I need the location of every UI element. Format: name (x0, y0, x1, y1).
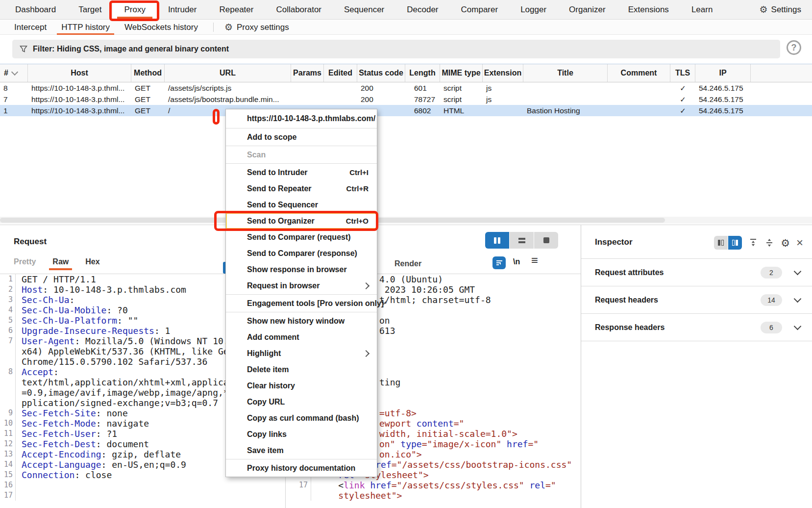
col-header-edited[interactable]: Edited (324, 64, 357, 82)
menu-item-scan: Scan (226, 147, 377, 163)
menu-item-label: Send to Organizer (247, 217, 315, 226)
gear-icon[interactable]: ⚙ (781, 238, 790, 248)
menu-item-send-to-repeater[interactable]: Send to RepeaterCtrl+R (226, 180, 377, 197)
wrap-lines-icon[interactable] (492, 256, 506, 269)
table-horizontal-scrollbar[interactable] (0, 217, 812, 224)
col-header-comment[interactable]: Comment (608, 64, 670, 82)
tab-dashboard[interactable]: Dashboard (4, 0, 67, 19)
table-row[interactable]: 7https://10-10-148-3.p.thml...GET/assets… (0, 94, 812, 105)
menu-item-copy-as-curl-command-bash[interactable]: Copy as curl command (bash) (226, 410, 377, 426)
tab-settings[interactable]: ⚙ Settings (749, 0, 812, 19)
col-header-ext[interactable]: Extension (483, 64, 523, 82)
menu-item-add-comment[interactable]: Add comment (226, 329, 377, 345)
code-text: Sec-Fetch-Mode: navigate (16, 418, 149, 429)
tab-collaborator[interactable]: Collaborator (265, 0, 333, 19)
col-header-mime[interactable]: MIME type (440, 64, 483, 82)
menu-item-send-to-sequencer[interactable]: Send to Sequencer (226, 197, 377, 213)
tab-decoder[interactable]: Decoder (395, 0, 449, 19)
col-header-method[interactable]: Method (131, 64, 165, 82)
close-icon[interactable]: × (796, 237, 803, 249)
columns-view-button[interactable] (485, 232, 510, 249)
menu-item-send-to-comparer-request[interactable]: Send to Comparer (request) (226, 229, 377, 245)
tab-extensions[interactable]: Extensions (617, 0, 680, 19)
collapse-all-icon[interactable] (764, 238, 774, 248)
menu-item-show-new-history-window[interactable]: Show new history window (226, 313, 377, 329)
menu-item-label: Highlight (247, 349, 281, 358)
proxy-settings-button[interactable]: ⚙ Proxy settings (221, 20, 292, 34)
line-number: 5 (0, 315, 16, 326)
menu-item-request-in-browser[interactable]: Request in browser (226, 278, 377, 294)
newline-icon[interactable]: \n (513, 257, 520, 266)
menu-item-add-to-scope[interactable]: Add to scope (226, 129, 377, 145)
inspector-title: Inspector (595, 237, 633, 247)
cell-tls: ✓ (670, 95, 695, 104)
menu-item-delete-item[interactable]: Delete item (226, 361, 377, 378)
single-pane-icon (543, 237, 549, 243)
menu-item-send-to-intruder[interactable]: Send to IntruderCtrl+I (226, 164, 377, 180)
context-menu: https://10-10-148-3.p.thmlabs.com/Add to… (225, 109, 377, 477)
expand-all-icon[interactable] (748, 238, 758, 248)
tab-label: Proxy (124, 5, 145, 15)
tab-label: Learn (691, 5, 713, 15)
col-header-tls[interactable]: TLS (670, 64, 695, 82)
menu-item-send-to-organizer[interactable]: Send to OrganizerCtrl+O (226, 213, 377, 229)
inspector-section-response-headers[interactable]: Response headers6 (581, 314, 812, 341)
filter-bar[interactable]: Filter: Hiding CSS, image and general bi… (12, 40, 780, 58)
subtab-websockets-history[interactable]: WebSockets history (117, 20, 205, 34)
code-line: stylesheet"> (286, 490, 581, 501)
tab-comparer[interactable]: Comparer (450, 0, 510, 19)
tab-raw[interactable]: Raw (52, 257, 69, 266)
col-header-params[interactable]: Params (291, 64, 324, 82)
line-number: 12 (0, 439, 16, 449)
menu-item-save-item[interactable]: Save item (226, 442, 377, 458)
col-header-title[interactable]: Title (523, 64, 608, 82)
menu-item-clear-history[interactable]: Clear history (226, 378, 377, 394)
tab-repeater[interactable]: Repeater (208, 0, 265, 19)
tab-sequencer[interactable]: Sequencer (333, 0, 395, 19)
subtab-label: HTTP history (61, 23, 110, 32)
single-view-button[interactable] (534, 232, 558, 249)
col-header-ip[interactable]: IP (695, 64, 751, 82)
table-row[interactable]: 1https://10-10-148-3.p.thml...GET/6802HT… (0, 105, 812, 116)
menu-item-copy-links[interactable]: Copy links (226, 426, 377, 442)
gear-icon: ⚙ (760, 5, 768, 14)
pane-left-button[interactable] (714, 236, 728, 250)
view-layout-toggle (485, 232, 558, 249)
menu-item-send-to-comparer-response[interactable]: Send to Comparer (response) (226, 245, 377, 261)
menu-item-show-response-in-browser[interactable]: Show response in browser (226, 261, 377, 278)
col-header-url[interactable]: URL (165, 64, 291, 82)
pane-right-button[interactable] (728, 236, 742, 250)
tab-proxy[interactable]: Proxy (113, 0, 156, 19)
col-header-label: Comment (621, 69, 657, 77)
menu-item-proxy-history-documentation[interactable]: Proxy history documentation (226, 460, 377, 476)
line-number: 11 (0, 429, 16, 439)
tab-label: Sequencer (344, 5, 384, 15)
tab-organizer[interactable]: Organizer (558, 0, 617, 19)
menu-item-label: Send to Repeater (247, 184, 312, 193)
tab-hex[interactable]: Hex (85, 257, 99, 266)
tab-intruder[interactable]: Intruder (157, 0, 208, 19)
tab-target[interactable]: Target (67, 0, 113, 19)
tab-render[interactable]: Render (394, 259, 421, 268)
col-header-label: Params (293, 69, 321, 77)
tab-pretty[interactable]: Pretty (14, 257, 36, 266)
col-header-length[interactable]: Length (405, 64, 440, 82)
hamburger-icon[interactable]: ≡ (531, 254, 538, 267)
tab-logger[interactable]: Logger (509, 0, 558, 19)
tab-learn[interactable]: Learn (680, 0, 724, 19)
subtab-intercept[interactable]: Intercept (7, 20, 54, 34)
menu-item-highlight[interactable]: Highlight (226, 345, 377, 361)
inspector-section-request-headers[interactable]: Request headers14 (581, 286, 812, 314)
rows-view-button[interactable] (510, 232, 534, 249)
menu-item-copy-url[interactable]: Copy URL (226, 394, 377, 410)
col-header-num[interactable]: # (0, 64, 28, 82)
help-icon[interactable]: ? (787, 40, 801, 55)
line-number: 7 (0, 336, 16, 346)
col-header-host[interactable]: Host (28, 64, 131, 82)
inspector-section-request-attributes[interactable]: Request attributes2 (581, 259, 812, 286)
menu-item-engagement-tools-pro-version-only[interactable]: Engagement tools [Pro version only] (226, 295, 377, 311)
table-row[interactable]: 8https://10-10-148-3.p.thml...GET/assets… (0, 82, 812, 94)
subtab-http-history[interactable]: HTTP history (54, 20, 117, 34)
col-header-status[interactable]: Status code (357, 64, 405, 82)
cell-ip: 54.246.5.175 (695, 84, 751, 93)
